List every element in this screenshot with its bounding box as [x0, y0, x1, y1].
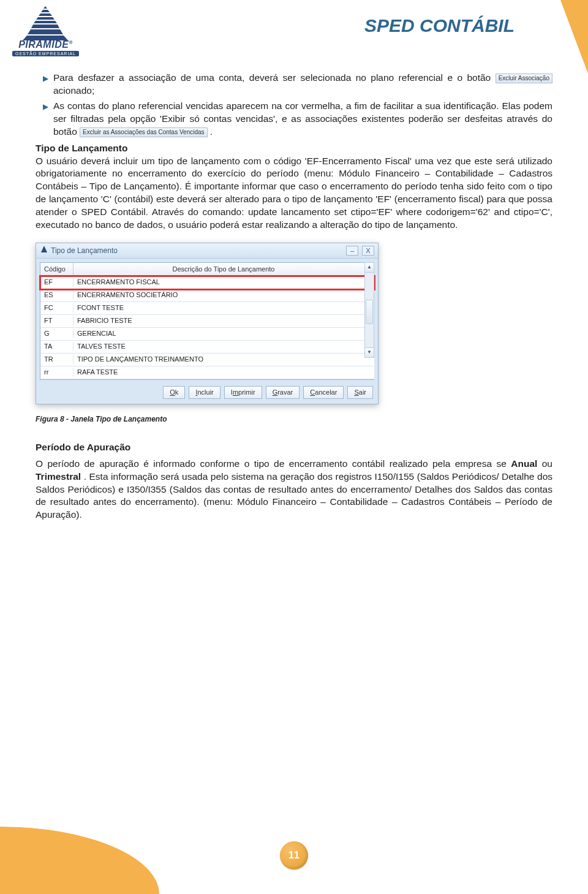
tipo-lancamento-dialog: Tipo de Lançamento – X Código Descrição …	[36, 243, 379, 404]
logo-name: PIRÂMIDE	[18, 39, 69, 50]
periodo-paragraph: O período de apuração é informado confor…	[36, 458, 552, 522]
col-header-codigo[interactable]: Código	[40, 263, 74, 276]
table-row[interactable]: TATALVES TESTE	[40, 341, 374, 354]
table-row[interactable]: GGERENCIAL	[40, 328, 374, 341]
cell-code: ES	[40, 290, 74, 300]
table-row[interactable]: ESENCERRAMENTO SOCIETÁRIO	[40, 289, 374, 302]
bullet-text: .	[210, 126, 213, 137]
incluir-button[interactable]: Incluir	[189, 386, 220, 399]
page-number: 11	[280, 841, 308, 869]
bullet-arrow-icon: ▶	[43, 102, 48, 112]
excluir-associacoes-vencidas-button[interactable]: Excluir as Associações das Contas Vencid…	[80, 127, 207, 137]
cell-desc: ENCERRAMENTO SOCIETÁRIO	[74, 290, 374, 300]
text: ou	[542, 458, 552, 469]
cancelar-button[interactable]: Cancelar	[303, 386, 344, 399]
dialog-button-bar: Ok Incluir Imprimir Gravar Cancelar Sair	[36, 382, 378, 404]
col-header-descricao[interactable]: Descrição do Tipo de Lançamento	[74, 263, 374, 276]
bullet-arrow-icon: ▶	[43, 74, 48, 83]
corner-decoration-bottom	[0, 827, 159, 894]
cell-desc: GERENCIAL	[74, 329, 374, 338]
dialog-title: Tipo de Lançamento	[51, 246, 346, 256]
cell-desc: FABRICIO TESTE	[74, 316, 374, 325]
bullet-text: acionado;	[53, 85, 94, 96]
svg-marker-0	[43, 6, 47, 9]
bullet-text: Para desfazer a associação de uma conta,…	[53, 72, 496, 83]
imprimir-button[interactable]: Imprimir	[224, 386, 262, 399]
bullet-item: ▶ Para desfazer a associação de uma cont…	[36, 72, 552, 97]
figure-caption: Figura 8 - Janela Tipo de Lançamento	[36, 414, 552, 424]
gravar-button[interactable]: Gravar	[266, 386, 300, 399]
logo: PIRÂMIDE® GESTÃO EMPRESARIAL	[12, 6, 79, 56]
text: O período de apuração é informado confor…	[36, 458, 511, 469]
registered-icon: ®	[69, 40, 72, 45]
svg-marker-2	[39, 13, 52, 16]
scroll-thumb[interactable]	[366, 300, 373, 324]
table-row[interactable]: FCFCONT TESTE	[40, 302, 374, 315]
bullet-item: ▶ As contas do plano referencial vencida…	[36, 100, 552, 138]
grid-header: Código Descrição do Tipo de Lançamento	[40, 263, 374, 276]
scroll-up-icon[interactable]: ▲	[365, 263, 374, 273]
excluir-associacao-button[interactable]: Excluir Associação	[496, 74, 552, 83]
sair-button[interactable]: Sair	[347, 386, 373, 399]
table-row[interactable]: EFENCERRAMENTO FISCAL	[40, 276, 374, 289]
svg-marker-8	[41, 246, 47, 252]
section-heading-tipo: Tipo de Lançamento	[36, 143, 127, 153]
cell-code: FT	[40, 316, 74, 325]
cell-code: FC	[40, 303, 74, 313]
cell-desc: FCONT TESTE	[74, 303, 374, 313]
cell-code: G	[40, 329, 74, 338]
svg-marker-4	[34, 21, 57, 23]
svg-marker-5	[31, 25, 59, 28]
cell-code: TR	[40, 355, 74, 364]
content: ▶ Para desfazer a associação de uma cont…	[0, 56, 588, 521]
ok-button[interactable]: Ok	[163, 386, 185, 399]
minimize-button[interactable]: –	[346, 246, 358, 256]
logo-text: PIRÂMIDE®	[18, 39, 73, 50]
table-row[interactable]: FTFABRICIO TESTE	[40, 315, 374, 328]
table-row[interactable]: TRTIPO DE LANÇAMENTO TREINAMENTO	[40, 354, 374, 366]
text: . Esta informação será usada pelo sistem…	[36, 471, 552, 520]
grid: Código Descrição do Tipo de Lançamento E…	[40, 262, 374, 380]
pyramid-icon	[18, 6, 73, 40]
svg-marker-1	[41, 10, 50, 12]
cell-code: TA	[40, 342, 74, 351]
logo-tagline: GESTÃO EMPRESARIAL	[12, 51, 79, 56]
svg-marker-6	[28, 29, 63, 34]
table-row[interactable]: rrRAFA TESTE	[40, 366, 374, 379]
tipo-paragraph: O usuário deverá incluir um tipo de lanç…	[36, 156, 552, 230]
cell-desc: RAFA TESTE	[74, 368, 374, 377]
cell-desc: TIPO DE LANÇAMENTO TREINAMENTO	[74, 355, 374, 364]
svg-marker-3	[36, 17, 55, 20]
close-button[interactable]: X	[362, 246, 374, 256]
doc-title: SPED CONTÁBIL	[364, 6, 539, 36]
text-bold: Trimestral	[36, 471, 81, 482]
scroll-down-icon[interactable]: ▼	[365, 347, 374, 357]
page-header: PIRÂMIDE® GESTÃO EMPRESARIAL SPED CONTÁB…	[0, 0, 588, 56]
dialog-app-icon	[40, 245, 48, 256]
cell-desc: TALVES TESTE	[74, 342, 374, 351]
grid-rows: EFENCERRAMENTO FISCALESENCERRAMENTO SOCI…	[40, 276, 374, 379]
cell-code: rr	[40, 368, 74, 377]
section-heading-periodo: Período de Apuração	[36, 441, 552, 454]
dialog-body: Código Descrição do Tipo de Lançamento E…	[36, 259, 378, 382]
dialog-titlebar: Tipo de Lançamento – X	[36, 243, 378, 259]
svg-marker-7	[23, 36, 68, 40]
cell-desc: ENCERRAMENTO FISCAL	[74, 278, 374, 287]
cell-code: EF	[40, 278, 74, 287]
text-bold: Anual	[511, 458, 537, 469]
scrollbar[interactable]: ▲ ▼	[364, 262, 374, 358]
